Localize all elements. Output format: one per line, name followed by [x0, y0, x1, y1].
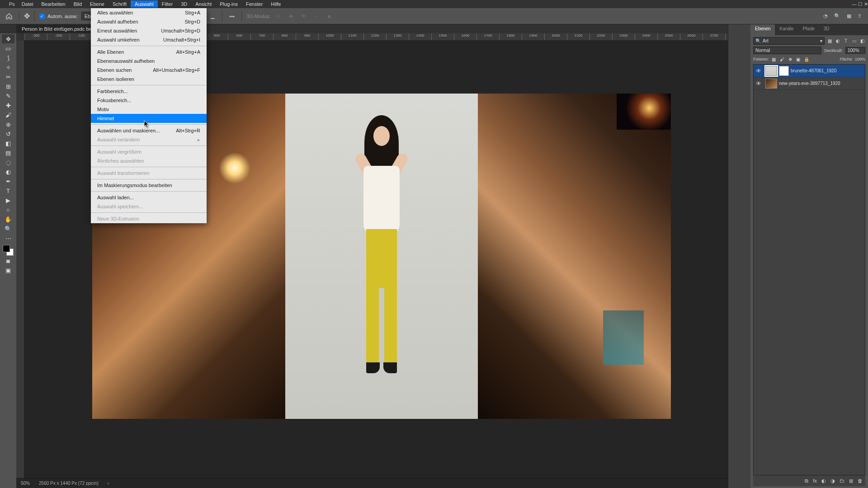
filter-smart-icon[interactable]: ◧ [859, 38, 865, 44]
collapsed-panel-dock[interactable] [728, 24, 750, 488]
layers-list[interactable]: 👁brunette-487061_1920👁new-years-eve-3897… [753, 64, 865, 475]
brush-tool[interactable]: 🖌 [2, 110, 14, 119]
opacity-value[interactable]: 100% [845, 47, 865, 54]
menu-item[interactable]: Ebenen isolieren [91, 75, 207, 84]
gradient-tool[interactable]: ▤ [2, 148, 14, 157]
menu-auswahl[interactable]: Auswahl [131, 0, 158, 8]
panel-tab-ebenen[interactable]: Ebenen [750, 24, 775, 35]
layer-mask-thumbnail[interactable] [779, 66, 789, 76]
menu-bild[interactable]: Bild [70, 0, 86, 8]
layer-thumbnail[interactable] [765, 79, 777, 89]
zoom-tool[interactable]: 🔍 [2, 224, 14, 233]
menu-ebene[interactable]: Ebene [86, 0, 108, 8]
marquee-tool[interactable]: ▭ [2, 44, 14, 53]
menu-3d[interactable]: 3D [177, 0, 191, 8]
lock-image-icon[interactable]: 🖌 [779, 56, 785, 62]
filter-type-icon[interactable]: T [843, 38, 849, 44]
menu-item[interactable]: Ebenen suchenAlt+Umschalt+Strg+F [91, 66, 207, 75]
layer-name[interactable]: new-years-eve-3897713_1920 [779, 81, 840, 86]
delete-layer-icon[interactable]: 🗑 [858, 478, 863, 483]
lasso-tool[interactable]: ⟆ [2, 53, 14, 62]
mask-icon[interactable]: ◐ [821, 478, 826, 484]
quick-mask-icon[interactable]: ◙ [2, 256, 14, 265]
new-layer-icon[interactable]: ⊞ [849, 478, 853, 484]
cloud-icon[interactable]: ◔ [823, 13, 828, 19]
lock-all-icon[interactable]: 🔒 [803, 56, 810, 62]
history-brush-tool[interactable]: ↺ [2, 129, 14, 138]
menu-datei[interactable]: Datei [18, 0, 38, 8]
lock-artboard-icon[interactable]: ▣ [795, 56, 802, 62]
layer-row[interactable]: 👁brunette-487061_1920 [754, 65, 865, 77]
menu-item[interactable]: Erneut auswählenUmschalt+Strg+D [91, 26, 207, 35]
blur-tool[interactable]: ◌ [2, 158, 14, 167]
menu-ansicht[interactable]: Ansicht [191, 0, 216, 8]
type-tool[interactable]: T [2, 186, 14, 195]
color-swatches[interactable] [3, 245, 14, 256]
menu-item[interactable]: Im Maskierungsmodus bearbeiten [91, 181, 207, 190]
menu-item[interactable]: Auswählen und maskieren...Alt+Strg+R [91, 126, 207, 135]
group-icon[interactable]: 🗀 [840, 478, 844, 483]
visibility-icon[interactable]: 👁 [754, 68, 764, 74]
menu-item[interactable]: Fokusbereich... [91, 96, 207, 105]
layer-row[interactable]: 👁new-years-eve-3897713_1920 [754, 77, 865, 90]
zoom-level[interactable]: 50% [21, 481, 30, 486]
screen-mode-icon[interactable]: ▣ [2, 266, 14, 275]
status-arrow-icon[interactable]: › [108, 481, 109, 486]
more-options-icon[interactable]: ••• [227, 11, 237, 21]
menu-item[interactable]: Auswahl aufhebenStrg+D [91, 17, 207, 26]
ruler-vertical[interactable] [16, 41, 24, 478]
adjustment-icon[interactable]: ◑ [830, 478, 835, 484]
workspace-icon[interactable]: ▦ [847, 13, 851, 19]
filter-shape-icon[interactable]: ▭ [851, 38, 857, 44]
stamp-tool[interactable]: ⊕ [2, 120, 14, 129]
eraser-tool[interactable]: ◧ [2, 139, 14, 148]
align-bottom-icon[interactable]: ▁ [208, 11, 217, 21]
frame-tool[interactable]: ⊞ [2, 82, 14, 91]
filter-pixel-icon[interactable]: ▦ [826, 38, 833, 44]
menu-bearbeiten[interactable]: Bearbeiten [38, 0, 70, 8]
lock-position-icon[interactable]: ✥ [787, 56, 793, 62]
menu-item[interactable]: Farbbereich... [91, 87, 207, 96]
auswahl-menu[interactable]: Alles auswählenStrg+AAuswahl aufhebenStr… [91, 8, 207, 223]
menu-item[interactable]: Alle EbenenAlt+Strg+A [91, 47, 207, 56]
dodge-tool[interactable]: ◐ [2, 167, 14, 176]
crop-tool[interactable]: ✂ [2, 72, 14, 81]
lock-transparent-icon[interactable]: ▦ [771, 56, 777, 62]
menu-item[interactable]: Ebenenauswahl aufheben [91, 56, 207, 66]
share-icon[interactable]: ⇪ [858, 13, 862, 19]
search-icon[interactable]: 🔍 [834, 13, 840, 19]
edit-toolbar[interactable]: ⋯ [2, 234, 14, 243]
filter-adjust-icon[interactable]: ◐ [835, 38, 841, 44]
menu-filter[interactable]: Filter [158, 0, 177, 8]
blend-mode-dropdown[interactable]: Normal [753, 47, 821, 54]
menu-fenster[interactable]: Fenster [242, 0, 267, 8]
menu-item[interactable]: Himmel [91, 114, 207, 123]
path-select-tool[interactable]: ▶ [2, 196, 14, 205]
close-icon[interactable]: ✕ [864, 1, 868, 7]
visibility-icon[interactable]: 👁 [754, 80, 764, 87]
panel-tab-pfade[interactable]: Pfade [798, 24, 819, 35]
menu-schrift[interactable]: Schrift [108, 0, 131, 8]
fx-icon[interactable]: fx [813, 478, 817, 483]
auto-select-checkbox[interactable]: ✓ [39, 14, 45, 19]
move-tool[interactable]: ✥ [2, 34, 14, 43]
menu-hilfe[interactable]: Hilfe [267, 0, 285, 8]
hand-tool[interactable]: ✋ [2, 215, 14, 224]
menu-plug-ins[interactable]: Plug-ins [216, 0, 242, 8]
fill-value[interactable]: 100% [855, 57, 865, 61]
eyedropper-tool[interactable]: ✎ [2, 91, 14, 100]
menu-item[interactable]: Alles auswählenStrg+A [91, 8, 207, 17]
maximize-icon[interactable]: ☐ [858, 1, 863, 7]
minimize-icon[interactable]: — [852, 1, 857, 7]
menu-item[interactable]: Auswahl umkehrenUmschalt+Strg+I [91, 35, 207, 44]
magic-wand-tool[interactable]: ✧ [2, 63, 14, 72]
pen-tool[interactable]: ✒ [2, 177, 14, 186]
layer-thumbnail[interactable] [765, 66, 777, 76]
foreground-color[interactable] [3, 245, 10, 252]
shape-tool[interactable]: ○ [2, 205, 14, 214]
panel-tab-kanäle[interactable]: Kanäle [775, 24, 798, 35]
menu-item[interactable]: Auswahl laden... [91, 193, 207, 202]
home-icon[interactable] [4, 11, 14, 22]
panel-tab-3d[interactable]: 3D [819, 24, 834, 35]
window-controls[interactable]: — ☐ ✕ [852, 1, 868, 7]
